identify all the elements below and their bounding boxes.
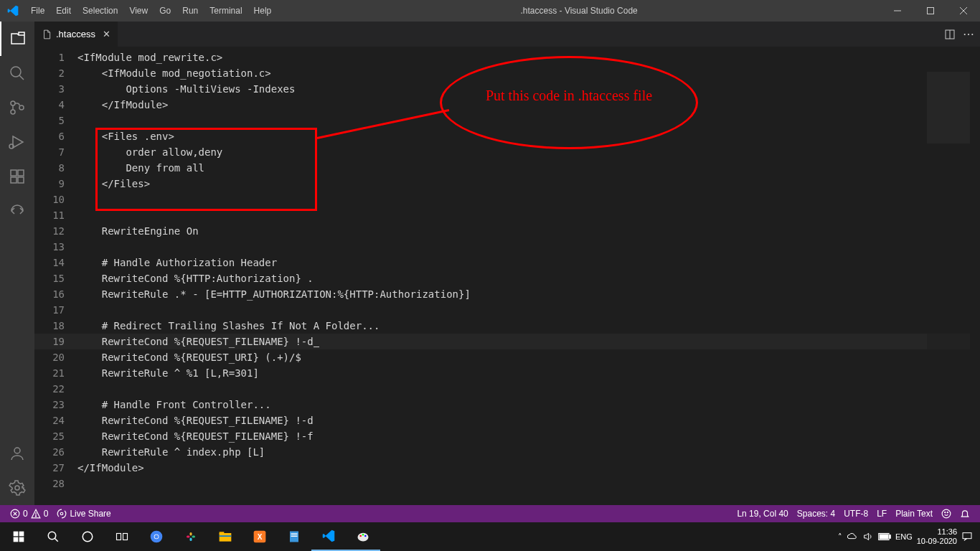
menu-view[interactable]: View	[123, 0, 154, 22]
svg-rect-40	[187, 536, 190, 538]
search-icon[interactable]	[0, 56, 34, 90]
status-live-share[interactable]: Live Share	[52, 505, 115, 522]
remote-icon[interactable]	[0, 194, 34, 228]
chrome-icon[interactable]	[139, 522, 174, 551]
menu-edit[interactable]: Edit	[50, 0, 77, 22]
svg-rect-30	[14, 537, 19, 542]
svg-rect-59	[963, 533, 971, 539]
status-notifications-icon[interactable]	[956, 509, 974, 519]
window-title: .htaccess - Visual Studio Code	[277, 6, 881, 16]
svg-point-27	[947, 512, 948, 513]
svg-point-16	[15, 486, 19, 490]
svg-point-55	[364, 535, 367, 537]
menu-help[interactable]: Help	[248, 0, 278, 22]
account-icon[interactable]	[0, 436, 34, 471]
status-eol[interactable]: LF	[872, 509, 891, 519]
activity-bar	[0, 22, 34, 505]
svg-text:X: X	[258, 533, 263, 541]
tab-close-icon[interactable]: ✕	[103, 29, 110, 39]
svg-rect-42	[190, 532, 192, 536]
settings-gear-icon[interactable]	[0, 471, 34, 505]
svg-rect-1	[928, 8, 934, 14]
svg-line-33	[55, 538, 58, 542]
svg-rect-45	[220, 532, 225, 534]
tray-chevron-icon[interactable]: ˄	[838, 532, 842, 542]
vscode-taskbar-icon[interactable]	[311, 522, 346, 551]
onedrive-icon[interactable]	[847, 531, 858, 542]
svg-point-7	[11, 110, 15, 114]
menu-go[interactable]: Go	[154, 0, 176, 22]
svg-rect-28	[14, 532, 19, 537]
volume-icon[interactable]	[862, 531, 874, 542]
action-center-icon[interactable]	[961, 531, 973, 542]
cortana-icon[interactable]	[70, 522, 105, 551]
menu-run[interactable]: Run	[176, 0, 204, 22]
menu-selection[interactable]: Selection	[77, 0, 123, 22]
svg-rect-44	[220, 533, 232, 542]
status-feedback-icon[interactable]	[937, 509, 956, 519]
task-view-icon[interactable]	[105, 522, 139, 551]
more-actions-icon[interactable]: ⋯	[963, 27, 974, 41]
svg-rect-35	[117, 534, 121, 540]
svg-rect-57	[890, 535, 891, 539]
taskbar-clock[interactable]: 11:36 10-09-2020	[917, 527, 957, 546]
svg-point-25	[942, 509, 951, 518]
start-button[interactable]	[1, 522, 36, 551]
tab-label: .htaccess	[56, 29, 95, 39]
svg-point-54	[362, 534, 364, 536]
language-indicator[interactable]: ENG	[895, 532, 913, 541]
status-position[interactable]: Ln 19, Col 40	[732, 509, 792, 519]
close-button[interactable]	[947, 0, 980, 22]
svg-rect-58	[880, 534, 887, 539]
svg-point-34	[83, 532, 93, 542]
split-editor-icon[interactable]	[944, 29, 956, 40]
svg-point-15	[14, 448, 20, 453]
paint-icon[interactable]	[346, 522, 380, 551]
svg-rect-13	[18, 177, 24, 183]
menu-file[interactable]: File	[25, 0, 50, 22]
code-editor[interactable]: 1234567891011121314151617181920212223242…	[34, 47, 980, 505]
taskbar-search-icon[interactable]	[36, 522, 70, 551]
svg-point-26	[945, 512, 946, 513]
file-icon	[42, 29, 52, 39]
svg-rect-11	[11, 170, 17, 176]
debug-icon[interactable]	[0, 125, 34, 159]
source-control-icon[interactable]	[0, 90, 34, 125]
status-problems[interactable]: 0 0	[6, 505, 52, 522]
vertical-scrollbar[interactable]	[970, 72, 980, 505]
code-content[interactable]: <IfModule mod_rewrite.c> <IfModule mod_n…	[77, 47, 980, 505]
battery-icon[interactable]	[878, 532, 891, 541]
svg-rect-31	[19, 537, 24, 542]
minimap[interactable]	[927, 72, 970, 505]
svg-rect-36	[123, 534, 128, 540]
status-indent[interactable]: Spaces: 4	[793, 509, 839, 519]
status-language[interactable]: Plain Text	[891, 509, 937, 519]
slack-icon[interactable]	[174, 522, 208, 551]
minimize-button[interactable]	[881, 0, 914, 22]
svg-marker-9	[13, 136, 23, 148]
svg-point-39	[155, 535, 159, 539]
extensions-icon[interactable]	[0, 159, 34, 194]
menu-terminal[interactable]: Terminal	[204, 0, 248, 22]
tab-htaccess[interactable]: .htaccess ✕	[34, 22, 118, 47]
editor-tabs: .htaccess ✕ ⋯	[34, 22, 980, 47]
maximize-button[interactable]	[914, 0, 947, 22]
line-gutter: 1234567891011121314151617181920212223242…	[34, 47, 77, 505]
svg-point-4	[11, 67, 21, 77]
minimap-slider[interactable]	[927, 72, 970, 143]
status-bar: 0 0 Live Share Ln 19, Col 40 Spaces: 4 U…	[0, 505, 980, 522]
svg-point-8	[19, 105, 24, 110]
xampp-icon[interactable]: X	[242, 522, 277, 551]
svg-rect-12	[11, 177, 17, 183]
explorer-icon[interactable]	[0, 22, 34, 56]
svg-rect-41	[192, 536, 196, 538]
svg-rect-29	[19, 532, 24, 537]
svg-rect-46	[220, 535, 232, 537]
file-explorer-icon[interactable]	[208, 522, 242, 551]
status-encoding[interactable]: UTF-8	[839, 509, 872, 519]
svg-rect-14	[18, 170, 24, 176]
editor-area: .htaccess ✕ ⋯ 12345678910111213141516171…	[34, 22, 980, 505]
svg-rect-50	[291, 534, 298, 535]
svg-line-5	[19, 75, 24, 80]
notepad-icon[interactable]	[277, 522, 311, 551]
